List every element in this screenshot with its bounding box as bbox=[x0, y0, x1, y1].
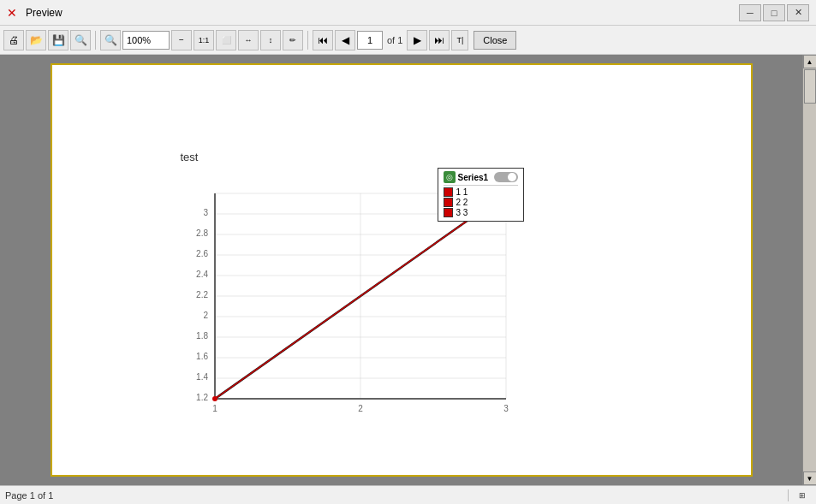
svg-text:3: 3 bbox=[203, 208, 208, 217]
main-area: test bbox=[0, 55, 816, 485]
scroll-track[interactable] bbox=[803, 68, 817, 471]
scroll-thumb[interactable] bbox=[804, 69, 816, 104]
zoom-out-btn[interactable]: − bbox=[171, 30, 192, 50]
legend-series-title: Series1 bbox=[458, 173, 489, 182]
text-button[interactable]: T| bbox=[451, 30, 468, 50]
window-title: Preview bbox=[26, 7, 739, 19]
svg-text:2.4: 2.4 bbox=[196, 270, 208, 279]
window-close-button[interactable]: ✕ bbox=[787, 4, 809, 21]
markup-btn[interactable]: ✏ bbox=[283, 30, 303, 50]
nav-next-button[interactable]: ▶ bbox=[407, 30, 427, 50]
sep2 bbox=[307, 31, 308, 50]
close-preview-button[interactable]: Close bbox=[474, 31, 516, 50]
legend-item-3: 3 3 bbox=[444, 208, 519, 217]
minimize-button[interactable]: ─ bbox=[739, 4, 761, 21]
legend-icon: ◎ bbox=[444, 171, 456, 183]
fit-height-btn[interactable]: ↕ bbox=[260, 30, 281, 50]
legend-label-2: 2 2 bbox=[456, 198, 468, 207]
chart-wrapper: 1.2 1.4 1.6 1.8 2 2.2 2.4 2.6 2.8 3 1 2 … bbox=[181, 168, 540, 442]
fit-page-btn[interactable]: ⬜ bbox=[216, 30, 236, 50]
zoom-input[interactable] bbox=[122, 31, 170, 50]
svg-text:1.2: 1.2 bbox=[196, 393, 208, 402]
sep1 bbox=[95, 31, 96, 50]
save-button[interactable]: 💾 bbox=[48, 30, 68, 50]
nav-first-button[interactable]: ⏮ bbox=[313, 30, 333, 50]
page-container: test bbox=[0, 55, 802, 485]
legend-box: ◎ Series1 1 1 2 2 bbox=[438, 168, 525, 222]
actual-size-btn[interactable]: 1:1 bbox=[194, 30, 214, 50]
scrollbar-vertical[interactable]: ▲ ▼ bbox=[802, 55, 816, 485]
zoom-in-btn[interactable]: 🔍 bbox=[100, 30, 121, 50]
maximize-button[interactable]: □ bbox=[763, 4, 785, 21]
paper: test bbox=[51, 63, 753, 477]
statusbar: Page 1 of 1 ⊞ bbox=[0, 485, 816, 504]
scroll-up-button[interactable]: ▲ bbox=[803, 55, 817, 68]
find-button[interactable]: 🔍 bbox=[70, 30, 91, 50]
svg-text:2: 2 bbox=[358, 404, 363, 413]
legend-item-1: 1 1 bbox=[444, 187, 519, 197]
legend-color-3 bbox=[444, 208, 453, 217]
scroll-down-button[interactable]: ▼ bbox=[803, 471, 817, 485]
chart-title: test bbox=[181, 151, 734, 163]
app-icon: ✕ bbox=[7, 6, 21, 20]
svg-point-32 bbox=[212, 396, 217, 401]
svg-text:2.2: 2.2 bbox=[196, 290, 208, 299]
legend-label-1: 1 1 bbox=[456, 187, 468, 197]
fit-width-btn[interactable]: ↔ bbox=[238, 30, 259, 50]
legend-color-2 bbox=[444, 198, 453, 207]
legend-item-2: 2 2 bbox=[444, 198, 519, 207]
status-text: Page 1 of 1 bbox=[5, 490, 783, 501]
print-button[interactable]: 🖨 bbox=[3, 30, 24, 50]
toolbar: 🖨 📂 💾 🔍 🔍 − 1:1 ⬜ ↔ ↕ ✏ ⏮ ◀ of 1 ▶ ⏭ T| … bbox=[0, 26, 816, 55]
titlebar: ✕ Preview ─ □ ✕ bbox=[0, 0, 816, 26]
svg-text:1.6: 1.6 bbox=[196, 352, 208, 361]
status-divider bbox=[788, 489, 789, 501]
legend-color-1 bbox=[444, 187, 453, 197]
svg-text:2.8: 2.8 bbox=[196, 228, 208, 238]
open-button[interactable]: 📂 bbox=[26, 30, 46, 50]
svg-text:2: 2 bbox=[203, 311, 208, 320]
svg-text:1.4: 1.4 bbox=[196, 372, 208, 382]
legend-toggle[interactable] bbox=[494, 172, 518, 182]
page-of-label: of 1 bbox=[387, 35, 402, 45]
svg-text:2.6: 2.6 bbox=[196, 249, 208, 258]
svg-text:1.8: 1.8 bbox=[196, 331, 208, 341]
svg-text:1: 1 bbox=[212, 404, 217, 413]
page-number-input[interactable] bbox=[357, 31, 383, 50]
nav-prev-button[interactable]: ◀ bbox=[335, 30, 355, 50]
resize-handle[interactable]: ⊞ bbox=[794, 487, 811, 504]
legend-title-row: ◎ Series1 bbox=[444, 171, 519, 186]
svg-text:3: 3 bbox=[503, 404, 509, 413]
legend-toggle-knob bbox=[508, 173, 516, 181]
window-controls: ─ □ ✕ bbox=[739, 4, 809, 21]
nav-last-button[interactable]: ⏭ bbox=[429, 30, 450, 50]
legend-label-3: 3 3 bbox=[456, 208, 468, 217]
